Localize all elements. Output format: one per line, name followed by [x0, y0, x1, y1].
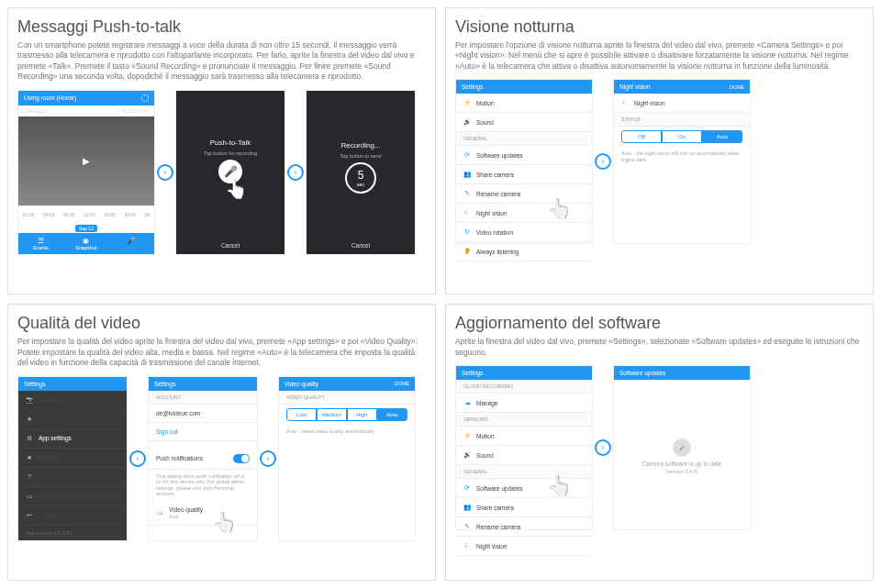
- item-push[interactable]: Push notifications: [149, 449, 257, 470]
- cancel-button[interactable]: Cancel: [307, 237, 415, 254]
- section-desc: Per impostare l'opzione di visione nottu…: [455, 40, 864, 72]
- menu-rate[interactable]: ★Rate us: [18, 449, 127, 468]
- share-icon: 👥: [463, 171, 471, 178]
- tab-off[interactable]: Off: [621, 130, 662, 143]
- camera-name: Living room (Home): [24, 94, 76, 101]
- gear-icon: ⚙: [26, 435, 33, 442]
- sound-icon: 🔊: [463, 118, 471, 126]
- menu-cameras[interactable]: 📷Cameras: [18, 391, 127, 410]
- tab-high[interactable]: High: [347, 408, 377, 421]
- gear-icon[interactable]: [141, 94, 149, 102]
- section-software-update: Aggiornamento del software Aprite la fin…: [445, 304, 874, 581]
- screen-title: Settings: [154, 381, 176, 387]
- auto-note: Auto - the night vision will turn on aut…: [614, 147, 750, 166]
- item-nightvision[interactable]: ☾Night vision: [456, 537, 592, 556]
- done-button[interactable]: DONE: [730, 84, 744, 90]
- hd-icon: ▭: [156, 509, 163, 516]
- arrow-icon: ›: [595, 439, 611, 456]
- section-title: Messaggi Push-to-talk: [17, 17, 426, 37]
- group-sensors: SENSORS: [456, 413, 592, 427]
- rotate-icon: ↻: [463, 228, 471, 236]
- item-share[interactable]: 👥Share camera: [456, 165, 592, 184]
- section-title: Qualità del video: [17, 314, 426, 333]
- item-sound[interactable]: 🔊Sound: [456, 113, 592, 132]
- motion-icon: ⚡: [463, 99, 471, 106]
- bottom-bar: ☰Events ◉Snapshot 🎤: [18, 233, 154, 254]
- mic-button[interactable]: 🎤: [109, 237, 154, 250]
- pencil-icon: ✎: [463, 190, 471, 197]
- events-button[interactable]: ☰Events: [18, 237, 63, 250]
- section-push-to-talk: Messaggi Push-to-talk Con un smartphone …: [7, 7, 436, 294]
- sound-icon: 🔊: [463, 451, 471, 459]
- app-version: App version 2.0.5.90: [18, 527, 127, 540]
- section-title: Aggiornamento del software: [455, 314, 864, 333]
- arrow-icon: ›: [260, 450, 276, 467]
- hand-pointer-icon: 👆: [212, 511, 237, 535]
- item-motion[interactable]: ⚡Motion: [456, 94, 592, 113]
- version-label: (version 3.4.0): [665, 469, 697, 474]
- screen-title: Settings: [24, 381, 46, 387]
- menu-tutorial[interactable]: ▭Tutorial: [18, 487, 127, 506]
- item-rename[interactable]: ✎Rename camera: [456, 517, 592, 537]
- section-desc: Con un smartphone potete registrare mess…: [17, 40, 426, 83]
- ptt-title: Push-to-Talk: [210, 139, 251, 147]
- help-icon: ?: [26, 473, 33, 481]
- rec-sub: Tap button to send: [340, 153, 381, 159]
- menu-help[interactable]: ?Help: [18, 468, 127, 487]
- tab-auto[interactable]: Auto: [702, 130, 742, 143]
- tab-on[interactable]: On: [662, 130, 702, 143]
- group-general: GENERAL: [456, 132, 592, 146]
- live-label: Live (web): [24, 108, 47, 114]
- star-icon: ★: [26, 416, 33, 423]
- item-motion[interactable]: ⚡Motion: [456, 427, 592, 446]
- camera-icon: 📷: [26, 396, 33, 404]
- tab-medium[interactable]: Medium: [317, 408, 347, 421]
- update-icon: ⟳: [463, 151, 471, 159]
- screen-videoquality: Video qualityDONE VIDEO QUALITY Low Medi…: [278, 376, 416, 541]
- countdown[interactable]: 5 sec: [345, 162, 376, 194]
- hand-pointer-icon: 👆: [547, 197, 572, 221]
- live-video[interactable]: [18, 116, 154, 205]
- motion-icon: ⚡: [463, 432, 471, 439]
- menu-signout[interactable]: ↩Sign out: [18, 506, 127, 526]
- tab-auto[interactable]: Auto: [377, 408, 407, 421]
- toggle[interactable]: [233, 454, 250, 463]
- item-share[interactable]: 👥Share camera: [456, 498, 592, 517]
- item-nightvision: ☾Night vision: [614, 94, 750, 113]
- screen-recording: Recording... Tap button to send 5 sec Ca…: [306, 90, 416, 255]
- snapshot-button[interactable]: ◉Snapshot: [63, 237, 108, 250]
- group-vq: VIDEO QUALITY: [279, 391, 415, 405]
- item-rotation[interactable]: ↻Video rotation: [456, 223, 592, 242]
- push-note: This setting turns push notification off…: [149, 470, 257, 501]
- ear-icon: 👂: [463, 248, 471, 255]
- moon-icon: ☾: [463, 209, 471, 216]
- done-button[interactable]: DONE: [395, 381, 409, 386]
- quality-tabs: Low Medium High Auto: [286, 408, 407, 421]
- screen-title: Settings: [462, 83, 484, 90]
- item-sound[interactable]: 🔊Sound: [456, 446, 592, 465]
- screen-title: Night vision: [619, 83, 651, 90]
- ptt-sub: Tap button for recording: [204, 150, 257, 156]
- timeline[interactable]: 02:0004:0008:0012:0016:0020:0029: [18, 205, 154, 224]
- item-videoquality[interactable]: ▭Video qualityAuto: [149, 501, 257, 526]
- menu-appsettings[interactable]: ⚙App settings: [18, 429, 127, 449]
- auto-note: Auto - select video quality automaticall…: [279, 425, 415, 438]
- screen-settings: Settings CLOUD RECORDING ☁Manage SENSORS…: [455, 365, 593, 530]
- moon-icon: ☾: [463, 542, 471, 549]
- item-manage[interactable]: ☁Manage: [456, 394, 592, 413]
- cancel-button[interactable]: Cancel: [176, 237, 284, 254]
- screen-title: Video quality: [284, 381, 318, 387]
- item-listening[interactable]: 👂Always listening: [456, 242, 592, 261]
- screen-nightvision: Night visionDONE ☾Night vision STATUS Of…: [613, 79, 751, 244]
- check-icon: ✓: [673, 438, 691, 457]
- signout-button[interactable]: Sign out: [149, 423, 257, 441]
- arrow-icon: ›: [129, 450, 146, 467]
- account-email: de@ivideon.com: [149, 405, 257, 423]
- menu-events[interactable]: ★All events: [18, 410, 127, 429]
- section-desc: Per impostare la qualità del video aprit…: [17, 337, 426, 368]
- screen-title: Software updates: [619, 370, 666, 376]
- item-software[interactable]: ⟳Software updates: [456, 146, 592, 165]
- arrow-icon: ›: [595, 153, 611, 170]
- exit-icon: ↩: [26, 512, 33, 519]
- tab-low[interactable]: Low: [286, 408, 317, 421]
